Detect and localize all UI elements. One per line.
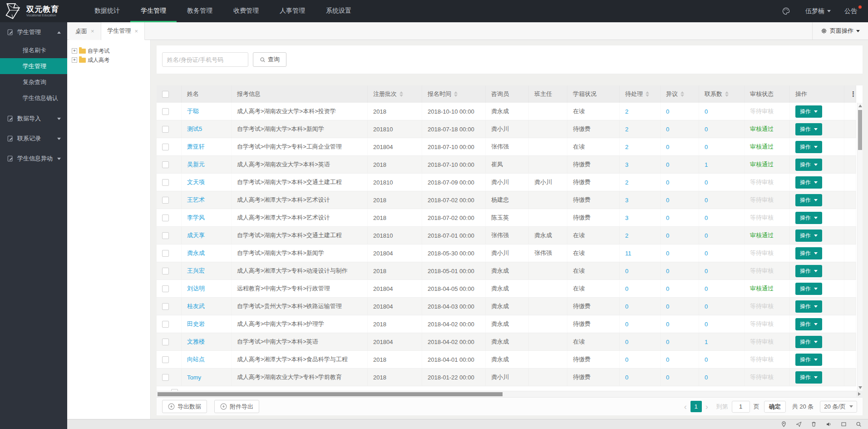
cell-dispute-link[interactable]: 0: [666, 126, 669, 133]
search-icon[interactable]: [856, 421, 862, 427]
cell-pending-link[interactable]: 2: [625, 232, 628, 239]
row-checkbox[interactable]: [162, 250, 169, 257]
row-checkbox[interactable]: [162, 339, 169, 345]
cell-contacts-link[interactable]: 0: [705, 250, 708, 257]
volume-icon[interactable]: [826, 421, 832, 427]
cell-dispute-link[interactable]: 0: [666, 250, 669, 257]
select-all-checkbox[interactable]: [162, 91, 169, 98]
cell-contacts-link[interactable]: 0: [705, 356, 708, 363]
cell-contacts-link[interactable]: 0: [705, 321, 708, 328]
student-name-link[interactable]: 测试5: [187, 125, 202, 133]
row-action-button[interactable]: 操作: [795, 123, 822, 135]
nav-item-fee-mgmt[interactable]: 收费管理: [223, 0, 269, 22]
goto-page-input[interactable]: [732, 401, 750, 413]
cell-dispute-link[interactable]: 0: [666, 356, 669, 363]
cell-dispute-link[interactable]: 0: [666, 285, 669, 292]
nav-item-academic-mgmt[interactable]: 教务管理: [177, 0, 223, 22]
row-action-button[interactable]: 操作: [795, 212, 822, 224]
tree-node[interactable]: +成人高考: [72, 55, 150, 65]
cell-dispute-link[interactable]: 0: [666, 197, 669, 204]
sidebar-group-student-info-change[interactable]: 学生信息异动: [0, 149, 67, 169]
cell-dispute-link[interactable]: 0: [666, 214, 669, 221]
cell-contacts-link[interactable]: 0: [705, 108, 708, 115]
confirm-page-button[interactable]: 确定: [764, 401, 786, 413]
cell-contacts-link[interactable]: 0: [705, 144, 708, 150]
cell-pending-link[interactable]: 3: [625, 214, 628, 221]
cell-contacts-link[interactable]: 0: [705, 285, 708, 292]
sidebar-item-complex-query[interactable]: 复杂查询: [0, 74, 67, 90]
student-name-link[interactable]: 王兴宏: [187, 267, 205, 275]
student-name-link[interactable]: 李学风: [187, 214, 205, 222]
vertical-scroll-thumb[interactable]: [858, 110, 862, 150]
row-checkbox[interactable]: [162, 268, 169, 274]
column-header-dispute[interactable]: 异议: [661, 85, 699, 103]
trash-icon[interactable]: [811, 421, 817, 427]
sidebar-group-contact-records[interactable]: 联系记录: [0, 129, 67, 149]
cell-contacts-link[interactable]: 0: [705, 374, 708, 381]
student-name-link[interactable]: 向站点: [187, 355, 205, 364]
cell-contacts-link[interactable]: 0: [705, 197, 708, 204]
column-header-pending[interactable]: 待处理: [620, 85, 661, 103]
cell-dispute-link[interactable]: 0: [666, 268, 669, 274]
sort-icon[interactable]: [399, 91, 403, 97]
pin-icon[interactable]: [781, 421, 787, 427]
row-checkbox[interactable]: [162, 126, 169, 133]
sort-icon[interactable]: [454, 91, 458, 97]
cell-pending-link[interactable]: 3: [625, 161, 628, 168]
row-action-button[interactable]: 操作: [795, 194, 822, 206]
expand-icon[interactable]: +: [72, 57, 77, 63]
cell-pending-link[interactable]: 0: [625, 374, 628, 381]
cell-pending-link[interactable]: 0: [625, 303, 628, 310]
sort-icon[interactable]: [646, 91, 649, 97]
row-checkbox[interactable]: [162, 179, 169, 186]
cell-contacts-link[interactable]: 0: [705, 303, 708, 310]
cell-dispute-link[interactable]: 0: [666, 179, 669, 186]
column-header-batch[interactable]: 注册批次: [368, 85, 422, 103]
vertical-scrollbar[interactable]: [857, 103, 863, 391]
row-action-button[interactable]: 操作: [795, 265, 822, 277]
user-menu[interactable]: 伍梦楠: [805, 7, 831, 15]
student-name-link[interactable]: 成天享: [187, 231, 205, 239]
cell-pending-link[interactable]: 2: [625, 126, 628, 133]
cell-dispute-link[interactable]: 0: [666, 161, 669, 168]
sort-icon[interactable]: [681, 91, 684, 97]
nav-item-student-mgmt[interactable]: 学生管理: [130, 0, 177, 22]
row-action-button[interactable]: 操作: [795, 141, 822, 153]
nav-item-data-stats[interactable]: 数据统计: [84, 0, 130, 22]
search-button[interactable]: 查询: [253, 52, 286, 67]
close-icon[interactable]: ×: [91, 28, 94, 35]
sidebar-group-data-import[interactable]: 数据导入: [0, 109, 67, 129]
row-action-button[interactable]: 操作: [795, 229, 822, 242]
cell-contacts-link[interactable]: 0: [705, 268, 708, 274]
student-name-link[interactable]: 田史岩: [187, 320, 205, 328]
column-header-date[interactable]: 报名时间: [422, 85, 486, 103]
cell-contacts-link[interactable]: 1: [705, 161, 708, 168]
row-checkbox[interactable]: [162, 356, 169, 363]
row-action-button[interactable]: 操作: [795, 283, 822, 295]
student-name-link[interactable]: 文天项: [187, 178, 205, 186]
window-icon[interactable]: [841, 421, 847, 427]
sidebar-item-student-mgmt[interactable]: 学生管理: [0, 58, 67, 74]
export-attachment-button[interactable]: 附件导出: [214, 400, 259, 413]
cell-pending-link[interactable]: 3: [625, 197, 628, 204]
tab-desktop[interactable]: 桌面×: [69, 22, 101, 40]
student-name-link[interactable]: 王艺术: [187, 196, 205, 204]
page-size-select[interactable]: 20 条/页: [820, 401, 857, 413]
row-action-button[interactable]: 操作: [795, 105, 822, 118]
horizontal-scrollbar[interactable]: [157, 391, 856, 397]
sidebar-item-signup-card[interactable]: 报名刷卡: [0, 42, 67, 58]
expand-icon[interactable]: +: [72, 48, 77, 54]
prev-page-button[interactable]: ‹: [681, 403, 690, 411]
cell-pending-link[interactable]: 2: [625, 108, 628, 115]
cell-contacts-link[interactable]: 0: [705, 179, 708, 186]
close-icon[interactable]: ×: [135, 28, 138, 35]
scroll-right-arrow[interactable]: [856, 391, 863, 397]
student-name-link[interactable]: 吴新元: [187, 160, 205, 169]
student-name-link[interactable]: 文雅楼: [187, 338, 205, 346]
export-data-button[interactable]: 导出数据: [162, 400, 207, 413]
cell-dispute-link[interactable]: 0: [666, 321, 669, 328]
cell-pending-link[interactable]: 2: [625, 179, 628, 186]
cell-pending-link[interactable]: 0: [625, 268, 628, 274]
scroll-up-arrow[interactable]: [858, 105, 862, 107]
student-name-link[interactable]: Tomy: [187, 374, 201, 381]
